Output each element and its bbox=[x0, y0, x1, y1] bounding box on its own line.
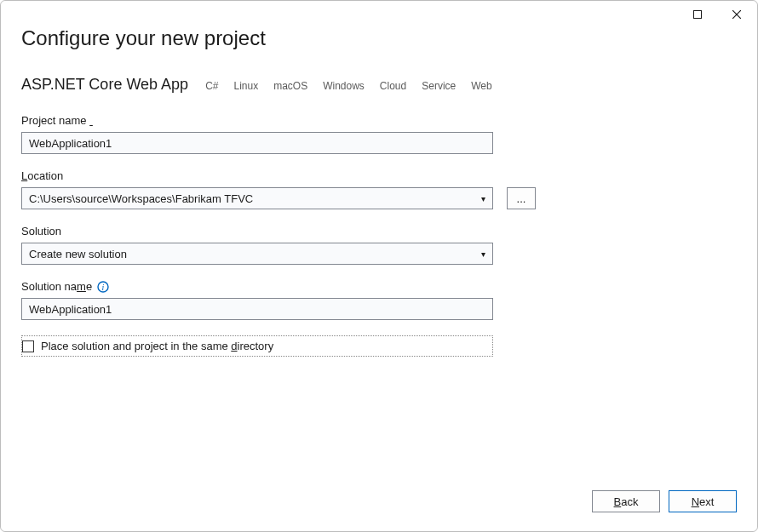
chevron-down-icon: ▾ bbox=[481, 249, 485, 259]
same-directory-label: Place solution and project in the same d… bbox=[41, 340, 273, 352]
browse-location-button[interactable]: ... bbox=[507, 187, 536, 209]
tag-item: Cloud bbox=[380, 80, 406, 92]
svg-text:i: i bbox=[102, 282, 105, 291]
info-icon[interactable]: i bbox=[97, 281, 109, 293]
tag-item: Service bbox=[422, 80, 456, 92]
template-name: ASP.NET Core Web App bbox=[21, 76, 188, 94]
back-button[interactable]: Back bbox=[592, 490, 660, 512]
solution-value: Create new solution bbox=[29, 248, 127, 260]
solution-label: Solution bbox=[21, 225, 737, 237]
same-directory-checkbox[interactable] bbox=[22, 340, 34, 352]
tag-item: C# bbox=[205, 80, 218, 92]
location-value: C:\Users\source\Workspaces\Fabrikam TFVC bbox=[29, 192, 253, 205]
tag-list: C# Linux macOS Windows Cloud Service Web bbox=[205, 80, 492, 92]
tag-item: Windows bbox=[323, 80, 365, 92]
maximize-icon bbox=[693, 10, 702, 19]
same-directory-checkbox-row[interactable]: Place solution and project in the same d… bbox=[21, 335, 493, 357]
chevron-down-icon: ▾ bbox=[481, 194, 485, 203]
next-button[interactable]: Next bbox=[669, 490, 737, 512]
project-name-input[interactable] bbox=[21, 132, 493, 154]
tag-item: Web bbox=[471, 80, 491, 92]
close-button[interactable] bbox=[718, 3, 755, 26]
solution-combo[interactable]: Create new solution ▾ bbox=[21, 243, 493, 265]
project-name-label: Project name bbox=[21, 114, 737, 127]
close-icon bbox=[732, 10, 741, 19]
page-title: Configure your new project bbox=[21, 26, 737, 50]
solution-name-input[interactable] bbox=[21, 298, 493, 320]
tag-item: Linux bbox=[233, 80, 258, 92]
svg-rect-0 bbox=[694, 11, 702, 19]
location-combo[interactable]: C:\Users\source\Workspaces\Fabrikam TFVC… bbox=[21, 187, 493, 209]
maximize-button[interactable] bbox=[679, 3, 716, 26]
location-label: Location bbox=[21, 169, 737, 182]
tag-item: macOS bbox=[273, 80, 307, 92]
solution-name-label: Solution name i bbox=[21, 280, 737, 293]
